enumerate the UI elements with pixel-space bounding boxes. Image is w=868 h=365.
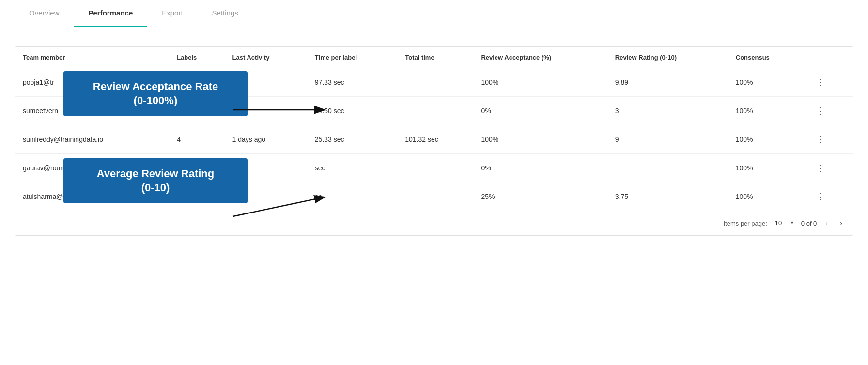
col-header-total_time: Total time [397,47,473,68]
cell-review_rating-4: 3.75 [607,182,728,211]
kebab-button-1[interactable]: ⋮ [813,105,828,117]
cell-review_rating-0: 9.89 [607,68,728,97]
cell-consensus-4: 100% [728,182,806,211]
cell-consensus-3: 100% [728,154,806,182]
col-header-time_per_label: Time per label [307,47,397,68]
tab-performance[interactable]: Performance [74,0,148,27]
table-row: sunilreddy@trainingdata.io41 days ago25.… [15,125,853,154]
cell-time_per_label-0: 97.33 sec [307,68,397,97]
cell-team_member-2: sunilreddy@trainingdata.io [15,125,169,154]
cell-time_per_label-2: 25.33 sec [307,125,397,154]
cell-last_activity-2: 1 days ago [225,125,307,154]
col-header-last_activity: Last Activity [225,47,307,68]
items-per-page-label: Items per page: [723,220,767,227]
table-row: gaurav@roundtableai.comsec0%100%⋮ [15,154,853,182]
cell-team_member-0: pooja1@tr [15,68,169,97]
cell-last_activity-1 [225,97,307,125]
col-header-team_member: Team member [15,47,169,68]
cell-consensus-0: 100% [728,68,806,97]
cell-time_per_label-3: sec [307,154,397,182]
kebab-button-3[interactable]: ⋮ [813,162,828,174]
table-body: pooja1@tr97.33 sec100%9.89100%⋮sumeetver… [15,68,853,211]
cell-labels-4 [169,182,224,211]
header-row: Team memberLabelsLast ActivityTime per l… [15,47,853,68]
items-per-page-select[interactable]: 10 25 50 100 [773,218,795,228]
cell-total_time-0 [397,68,473,97]
pagination-bar: Items per page: 10 25 50 100 0 of 0 ‹ › [15,211,853,235]
cell-review_acceptance-2: 100% [473,125,607,154]
table-row: atulsharma@trainingdata.ioec25%3.75100%⋮ [15,182,853,211]
kebab-button-4[interactable]: ⋮ [813,190,828,203]
cell-review_acceptance-0: 100% [473,68,607,97]
cell-total_time-3 [397,154,473,182]
cell-team_member-3: gaurav@roundtableai.com [15,154,169,182]
cell-review_rating-1: 3 [607,97,728,125]
cell-team_member-1: sumeetvern [15,97,169,125]
col-header-labels: Labels [169,47,224,68]
cell-total_time-4 [397,182,473,211]
cell-review_acceptance-3: 0% [473,154,607,182]
cell-last_activity-3 [225,154,307,182]
page-count: 0 of 0 [801,220,817,227]
cell-labels-2: 4 [169,125,224,154]
performance-table: Team memberLabelsLast ActivityTime per l… [15,47,853,211]
cell-last_activity-4 [225,182,307,211]
main-content: Team memberLabelsLast ActivityTime per l… [0,27,868,236]
cell-actions-1[interactable]: ⋮ [805,97,853,125]
cell-labels-3 [169,154,224,182]
prev-page-button[interactable]: ‹ [822,218,831,228]
tabs-bar: OverviewPerformanceExportSettings [0,0,868,27]
cell-review_acceptance-1: 0% [473,97,607,125]
table-container: Team memberLabelsLast ActivityTime per l… [15,46,853,236]
cell-labels-1 [169,97,224,125]
col-header-actions [805,47,853,68]
cell-consensus-2: 100% [728,125,806,154]
cell-time_per_label-1: 24.50 sec [307,97,397,125]
kebab-button-2[interactable]: ⋮ [813,133,828,146]
cell-actions-0[interactable]: ⋮ [805,68,853,97]
cell-actions-3[interactable]: ⋮ [805,154,853,182]
col-header-review_acceptance: Review Acceptance (%) [473,47,607,68]
cell-actions-2[interactable]: ⋮ [805,125,853,154]
cell-labels-0 [169,68,224,97]
tab-export[interactable]: Export [147,0,197,27]
cell-time_per_label-4: ec [307,182,397,211]
cell-total_time-2: 101.32 sec [397,125,473,154]
tab-settings[interactable]: Settings [198,0,253,27]
col-header-review_rating: Review Rating (0-10) [607,47,728,68]
cell-total_time-1 [397,97,473,125]
table-row: sumeetvern24.50 sec0%3100%⋮ [15,97,853,125]
cell-review_rating-3 [607,154,728,182]
cell-team_member-4: atulsharma@trainingdata.io [15,182,169,211]
table-header: Team memberLabelsLast ActivityTime per l… [15,47,853,68]
cell-actions-4[interactable]: ⋮ [805,182,853,211]
cell-consensus-1: 100% [728,97,806,125]
next-page-button[interactable]: › [837,218,845,228]
cell-last_activity-0 [225,68,307,97]
table-row: pooja1@tr97.33 sec100%9.89100%⋮ [15,68,853,97]
cell-review_acceptance-4: 25% [473,182,607,211]
cell-review_rating-2: 9 [607,125,728,154]
kebab-button-0[interactable]: ⋮ [813,76,828,89]
col-header-consensus: Consensus [728,47,806,68]
tab-overview[interactable]: Overview [15,0,74,27]
items-per-page-select-wrap[interactable]: 10 25 50 100 [773,218,795,228]
